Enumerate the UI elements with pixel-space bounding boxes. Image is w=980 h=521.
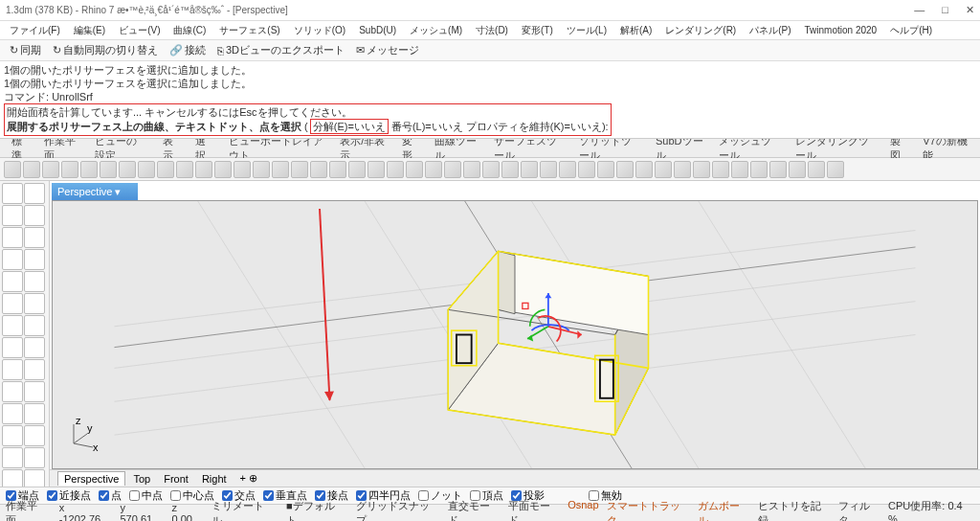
command-area[interactable]: 1個の開いたポリサーフェスを選択に追加しました。 1個の開いたポリサーフェスを選… (0, 61, 980, 139)
toolbar-icon[interactable] (693, 161, 710, 178)
toolbar-icon[interactable] (731, 161, 748, 178)
toolbar-icon[interactable] (789, 161, 806, 178)
menu-item[interactable]: 寸法(D) (470, 22, 514, 39)
tool-icon[interactable] (24, 271, 45, 292)
toolbar-icon[interactable] (157, 161, 174, 178)
minimize-button[interactable]: — (914, 4, 924, 16)
tool-icon[interactable] (24, 227, 45, 248)
toolbar-icon[interactable] (4, 161, 21, 178)
status-toggle[interactable]: 直交モード (448, 499, 501, 522)
explode-option[interactable]: 分解(E)=いいえ (310, 119, 389, 134)
toolbar-icon[interactable] (674, 161, 691, 178)
toolbar-icon[interactable] (501, 161, 519, 178)
tool-icon[interactable] (24, 381, 45, 402)
toolbar-icon[interactable] (329, 161, 346, 178)
menu-item[interactable]: ヘルプ(H) (884, 22, 938, 39)
command-options[interactable]: 番号(L)=いいえ プロパティを維持(K)=いいえ): (391, 121, 609, 132)
tool-icon[interactable] (2, 425, 23, 446)
toolbar-icon[interactable] (635, 161, 653, 178)
menu-item[interactable]: Twinmotion 2020 (799, 23, 883, 37)
connect-button[interactable]: 🔗 接続 (166, 42, 210, 58)
menu-item[interactable]: ビュー(V) (113, 22, 166, 39)
menu-item[interactable]: サーフェス(S) (213, 22, 285, 39)
toolbar-icon[interactable] (655, 161, 672, 178)
toolbar-icon[interactable] (769, 161, 787, 178)
toolbar-icon[interactable] (482, 161, 500, 178)
menu-item[interactable]: 編集(E) (68, 22, 111, 39)
toolbar-icon[interactable] (253, 161, 270, 178)
close-button[interactable]: ✕ (966, 4, 974, 16)
menu-item[interactable]: ファイル(F) (4, 22, 66, 39)
left-toolbox[interactable] (0, 181, 50, 487)
menu-item[interactable]: ツール(L) (561, 22, 612, 39)
menu-item[interactable]: メッシュ(M) (404, 22, 468, 39)
toolbar-icon[interactable] (406, 161, 423, 178)
tool-icon[interactable] (24, 447, 45, 468)
toolbar-icon[interactable] (195, 161, 212, 178)
toolbar-icon[interactable] (138, 161, 155, 178)
toolbar-icon[interactable] (368, 161, 385, 178)
message-button[interactable]: ✉ メッセージ (352, 42, 423, 58)
toolbar-icon[interactable] (597, 161, 614, 178)
export3d-button[interactable]: ⎘ 3Dビューのエクスポート (213, 42, 348, 58)
menu-item[interactable]: SubD(U) (353, 23, 402, 37)
toolbar-icon[interactable] (310, 161, 327, 178)
tool-icon[interactable] (2, 271, 23, 292)
menu-item[interactable]: レンダリング(R) (659, 22, 742, 39)
toolbar-icon[interactable] (214, 161, 232, 178)
tool-icon[interactable] (2, 359, 23, 380)
sync-button[interactable]: ↻ 同期 (6, 42, 45, 58)
viewport-perspective[interactable]: z x y (52, 200, 978, 469)
tool-icon[interactable] (2, 337, 23, 358)
tool-icon[interactable] (2, 381, 23, 402)
status-toggle[interactable]: スマートトラック (607, 499, 690, 522)
status-toggle[interactable]: ガムボール (698, 499, 750, 522)
toolbar-icon[interactable] (234, 161, 251, 178)
tab-strip[interactable]: 標準作業平面ビューの設定表示選択ビューポートレイアウト表示/非表示変形曲線ツール… (0, 139, 980, 158)
toolbar-icon[interactable] (42, 161, 59, 178)
tool-icon[interactable] (24, 425, 45, 446)
toolbar-icon[interactable] (463, 161, 480, 178)
toolbar-icons[interactable] (0, 158, 980, 181)
tool-icon[interactable] (2, 447, 23, 468)
tool-icon[interactable] (2, 227, 23, 248)
menu-item[interactable]: 解析(A) (614, 22, 657, 39)
toolbar-icon[interactable] (348, 161, 366, 178)
viewport-tabs[interactable]: PerspectiveTopFrontRight+ ⊕ (50, 469, 980, 487)
menu-item[interactable]: 変形(T) (516, 22, 559, 39)
menu-bar[interactable]: ファイル(F)編集(E)ビュー(V)曲線(C)サーフェス(S)ソリッド(O)Su… (0, 21, 980, 40)
toolbar-icon[interactable] (100, 161, 117, 178)
toolbar-icon[interactable] (80, 161, 98, 178)
toolbar-icon[interactable] (61, 161, 78, 178)
tool-icon[interactable] (24, 315, 45, 336)
toolbar-icon[interactable] (616, 161, 634, 178)
toolbar-icon[interactable] (559, 161, 576, 178)
toolbar-icon[interactable] (272, 161, 289, 178)
status-toggle[interactable]: 平面モード (508, 499, 561, 522)
tool-icon[interactable] (24, 359, 45, 380)
menu-item[interactable]: パネル(P) (744, 22, 796, 39)
tool-icon[interactable] (24, 293, 45, 314)
toolbar-icon[interactable] (176, 161, 193, 178)
tool-icon[interactable] (2, 183, 23, 204)
toolbar-icon[interactable] (540, 161, 557, 178)
toolbar-icon[interactable] (425, 161, 442, 178)
tool-icon[interactable] (2, 205, 23, 226)
status-toggle[interactable]: フィルタ (838, 499, 880, 522)
tool-icon[interactable] (2, 403, 23, 424)
tool-icon[interactable] (24, 403, 45, 424)
tool-icon[interactable] (2, 293, 23, 314)
tool-icon[interactable] (2, 469, 23, 487)
tool-icon[interactable] (24, 183, 45, 204)
tool-icon[interactable] (2, 249, 23, 270)
viewport-tab[interactable]: Front (158, 472, 194, 486)
toolbar-icon[interactable] (750, 161, 768, 178)
viewport-tab[interactable]: Right (196, 472, 233, 486)
toolbar-icon[interactable] (23, 161, 40, 178)
tool-icon[interactable] (24, 337, 45, 358)
status-toggle[interactable]: グリッドスナップ (356, 499, 439, 522)
viewport-label[interactable]: Perspective ▾ (52, 183, 138, 200)
toolbar-icon[interactable] (712, 161, 729, 178)
status-toggle[interactable]: CPU使用率: 0.4 % (888, 499, 974, 522)
toolbar-icon[interactable] (119, 161, 136, 178)
